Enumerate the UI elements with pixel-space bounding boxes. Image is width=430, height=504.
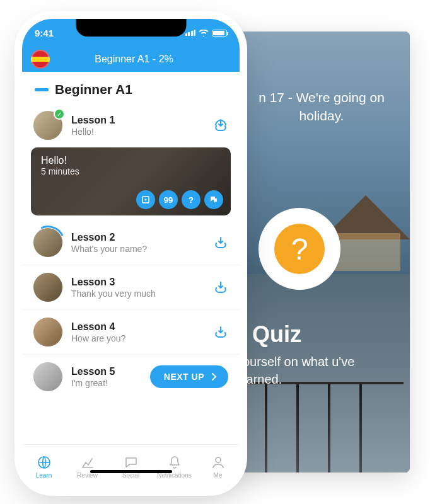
lesson-row[interactable]: ✓ Lesson 1 Hello!	[22, 103, 240, 147]
lesson-title: Lesson 3	[71, 277, 204, 288]
section-header: Beginner A1	[22, 72, 240, 103]
tab-learn[interactable]: Learn	[22, 445, 66, 488]
lesson-subtitle: Hello!	[71, 127, 204, 137]
lesson-title: Lesson 1	[71, 115, 204, 126]
lesson-title: Lesson 4	[71, 321, 204, 333]
quiz-subtitle: yourself on what u've learned.	[236, 353, 394, 388]
tab-label: Learn	[36, 472, 52, 479]
quiz-heading: Quiz	[252, 321, 301, 348]
tab-me[interactable]: Me	[196, 445, 240, 488]
lesson-title: Lesson 5	[71, 366, 141, 377]
lesson-avatar	[33, 228, 62, 257]
svg-point-1	[145, 199, 147, 201]
expanded-title: Hello!	[41, 155, 79, 166]
tab-notifications[interactable]: Notifications	[153, 445, 196, 488]
chevron-right-icon	[212, 373, 217, 381]
section-accent-bar	[35, 88, 49, 91]
expanded-duration: 5 minutes	[41, 166, 79, 176]
user-icon	[211, 455, 226, 470]
app-header: Beginner A1 - 2%	[22, 47, 240, 72]
battery-icon	[212, 30, 227, 37]
status-time: 9:41	[35, 28, 54, 38]
tab-review[interactable]: Review	[66, 445, 109, 488]
next-up-button[interactable]: NEXT UP	[150, 365, 228, 388]
chat-icon[interactable]	[204, 190, 223, 209]
lesson-row[interactable]: Lesson 5 I'm great! NEXT UP	[22, 355, 240, 399]
section-title: Beginner A1	[55, 82, 132, 97]
home-indicator[interactable]	[90, 470, 172, 473]
lesson-title: Lesson 2	[71, 232, 204, 243]
lesson-subtitle: I'm great!	[71, 378, 141, 388]
lesson-avatar	[33, 362, 62, 391]
download-icon[interactable]	[213, 324, 228, 340]
signal-icon	[185, 30, 196, 36]
bg-lesson-title: n 17 - We're going on holiday.	[246, 88, 397, 125]
lesson-subtitle: What's your name?	[71, 244, 204, 254]
tab-label: Me	[214, 472, 223, 479]
lesson-row[interactable]: Lesson 2 What's your name?	[22, 220, 240, 265]
bell-icon	[167, 455, 182, 470]
chart-icon	[80, 455, 95, 470]
download-icon[interactable]	[213, 280, 228, 295]
download-icon[interactable]	[213, 118, 228, 133]
lesson-subtitle: Thank you very much	[71, 289, 204, 299]
language-flag-spanish[interactable]	[31, 50, 50, 69]
chat-icon	[124, 455, 139, 470]
vocab-icon[interactable]	[136, 190, 155, 209]
lesson-subtitle: How are you?	[71, 333, 204, 343]
phone-frame: 9:41 Beginner A1 - 2% Beginner A1 ✓ Less…	[22, 19, 240, 488]
lesson-row[interactable]: Lesson 3 Thank you very much	[22, 265, 240, 310]
lesson-avatar	[33, 318, 62, 346]
device-notch	[76, 19, 186, 37]
lesson-avatar	[33, 273, 62, 302]
question-mark-icon: ?	[274, 224, 325, 274]
lesson-row[interactable]: Lesson 4 How are you?	[22, 310, 240, 355]
check-icon: ✓	[54, 108, 65, 120]
lesson-avatar: ✓	[33, 111, 62, 140]
help-icon[interactable]: ?	[182, 190, 200, 209]
lesson-expanded-card[interactable]: Hello! 5 minutes 99 ?	[31, 147, 231, 215]
progress-badge[interactable]: 99	[159, 190, 178, 209]
quiz-button[interactable]: ?	[259, 208, 340, 290]
download-icon[interactable]	[213, 235, 228, 250]
tab-bar: Learn Review Social Notifications Me	[22, 444, 240, 488]
globe-icon	[37, 455, 52, 470]
wifi-icon	[199, 30, 209, 37]
header-title: Beginner A1 - 2%	[56, 54, 212, 65]
tab-social[interactable]: Social	[109, 445, 153, 488]
next-up-label: NEXT UP	[164, 372, 204, 382]
svg-point-3	[216, 457, 221, 462]
